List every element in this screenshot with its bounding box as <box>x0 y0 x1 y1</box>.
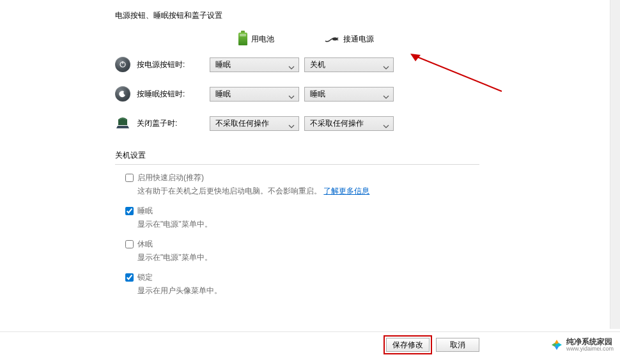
sleep-checkbox-row[interactable]: 睡眠 <box>125 206 607 216</box>
lock-checkbox[interactable] <box>125 273 134 282</box>
dropdown-value: 不采取任何操作 <box>215 118 269 129</box>
chevron-down-icon <box>383 92 389 96</box>
sleep-button-row-icon <box>115 86 130 102</box>
svg-point-0 <box>332 38 337 41</box>
power-button-plugged-dropdown[interactable]: 关机 <box>304 57 394 72</box>
bottom-separator <box>0 331 620 332</box>
power-settings-panel: 电源按钮、睡眠按钮和盖子设置 用电池 接通电源 按电源按钮时: 睡眠 关机 <box>115 10 607 305</box>
chevron-down-icon <box>383 121 389 125</box>
shutdown-settings-section: 关机设置 启用快速启动(推荐) 这有助于在关机之后更快地启动电脑。不会影响重启。… <box>115 150 607 296</box>
watermark-text: 纯净系统家园 www.yidaimei.com <box>566 338 614 353</box>
chevron-down-icon <box>383 63 389 66</box>
laptop-lid-icon <box>115 117 130 130</box>
fast-startup-desc: 这有助于在关机之后更快地启动电脑。不会影响重启。 了解更多信息 <box>137 186 607 197</box>
watermark: 纯净系统家园 www.yidaimei.com <box>550 338 614 353</box>
dropdown-value: 睡眠 <box>310 89 325 100</box>
power-button-battery-dropdown[interactable]: 睡眠 <box>210 57 299 72</box>
lid-close-row-icon <box>115 116 130 131</box>
content-border <box>610 0 610 329</box>
fast-startup-checkbox-row[interactable]: 启用快速启动(推荐) <box>125 172 607 183</box>
lock-label: 锁定 <box>137 272 153 283</box>
scrollbar[interactable] <box>610 0 620 329</box>
battery-column-header: 用电池 <box>210 33 302 45</box>
sleep-checkbox[interactable] <box>125 207 134 215</box>
learn-more-link[interactable]: 了解更多信息 <box>323 186 369 195</box>
chevron-down-icon <box>288 92 295 96</box>
shutdown-checkbox-list: 启用快速启动(推荐) 这有助于在关机之后更快地启动电脑。不会影响重启。 了解更多… <box>125 172 607 296</box>
dropdown-value: 睡眠 <box>215 59 231 70</box>
chevron-down-icon <box>288 121 295 125</box>
battery-label: 用电池 <box>251 34 274 45</box>
moon-icon <box>115 86 130 102</box>
fast-startup-label: 启用快速启动(推荐) <box>137 172 204 183</box>
sleep-item: 睡眠 显示在"电源"菜单中。 <box>125 206 607 230</box>
hibernate-label: 休眠 <box>137 239 153 250</box>
power-button-label: 按电源按钮时: <box>137 59 210 70</box>
battery-icon <box>238 33 247 45</box>
lid-close-label: 关闭盖子时: <box>137 118 210 129</box>
cancel-button[interactable]: 取消 <box>436 338 479 352</box>
column-headers: 用电池 接通电源 <box>210 33 607 45</box>
lock-desc: 显示在用户头像菜单中。 <box>137 285 607 296</box>
plugged-column-header: 接通电源 <box>302 33 395 45</box>
sleep-label: 睡眠 <box>137 206 153 216</box>
lid-close-row: 关闭盖子时: 不采取任何操作 不采取任何操作 <box>115 116 607 131</box>
shutdown-settings-title: 关机设置 <box>115 150 607 165</box>
fast-startup-item: 启用快速启动(推荐) 这有助于在关机之后更快地启动电脑。不会影响重启。 了解更多… <box>125 172 607 197</box>
fast-startup-checkbox[interactable] <box>125 174 134 182</box>
dropdown-value: 不采取任何操作 <box>310 118 364 129</box>
power-icon <box>115 57 130 72</box>
plugged-label: 接通电源 <box>343 34 374 45</box>
power-button-row: 按电源按钮时: 睡眠 关机 <box>115 57 607 72</box>
lock-item: 锁定 显示在用户头像菜单中。 <box>125 272 607 296</box>
save-button[interactable]: 保存修改 <box>386 338 430 352</box>
watermark-logo-icon <box>550 338 563 351</box>
sleep-button-row: 按睡眠按钮时: 睡眠 睡眠 <box>115 86 607 102</box>
section-title: 电源按钮、睡眠按钮和盖子设置 <box>115 10 607 21</box>
sleep-button-battery-dropdown[interactable]: 睡眠 <box>210 87 299 102</box>
plug-icon <box>324 34 339 43</box>
lid-close-plugged-dropdown[interactable]: 不采取任何操作 <box>304 116 394 131</box>
power-button-row-icon <box>115 57 130 72</box>
bottom-button-bar: 保存修改 取消 <box>0 333 620 356</box>
lock-checkbox-row[interactable]: 锁定 <box>125 272 607 283</box>
hibernate-desc: 显示在"电源"菜单中。 <box>137 252 607 263</box>
hibernate-item: 休眠 显示在"电源"菜单中。 <box>125 239 607 263</box>
hibernate-checkbox-row[interactable]: 休眠 <box>125 239 607 250</box>
sleep-button-plugged-dropdown[interactable]: 睡眠 <box>304 87 394 102</box>
lid-close-battery-dropdown[interactable]: 不采取任何操作 <box>210 116 299 131</box>
sleep-button-label: 按睡眠按钮时: <box>137 89 210 100</box>
dropdown-value: 关机 <box>310 59 325 70</box>
hibernate-checkbox[interactable] <box>125 240 134 248</box>
chevron-down-icon <box>288 63 295 66</box>
watermark-url: www.yidaimei.com <box>566 346 614 353</box>
dropdown-value: 睡眠 <box>215 89 231 100</box>
sleep-desc: 显示在"电源"菜单中。 <box>137 219 607 230</box>
